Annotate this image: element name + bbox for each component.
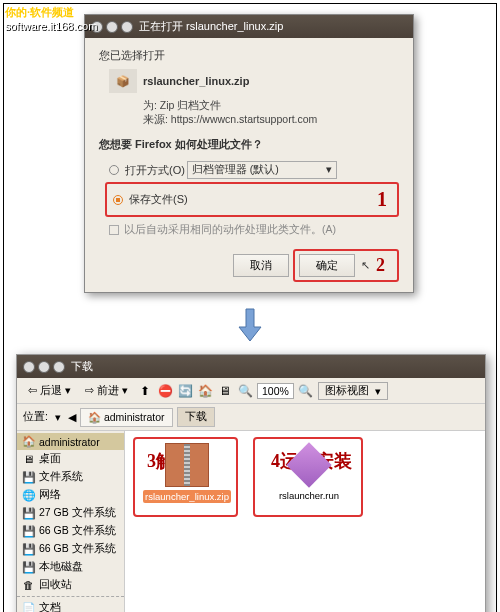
- path-segment-downloads[interactable]: 下载: [177, 407, 215, 427]
- file-item-run[interactable]: rslauncher.run: [267, 443, 351, 502]
- home-icon[interactable]: 🏠: [197, 383, 213, 399]
- forward-icon: ⇨: [85, 384, 94, 397]
- sidebar-item[interactable]: 🗑回收站: [17, 576, 124, 594]
- sidebar-icon: 💾: [22, 507, 35, 520]
- fm-container: 下载 ⇦后退 ▾ ⇨前进 ▾ ⬆ ⛔ 🔄 🏠 🖥 🔍 100% 🔍 图标视图▾ …: [4, 349, 496, 612]
- sidebar-label: 文档: [39, 601, 61, 612]
- sidebar-icon: 💾: [22, 525, 35, 538]
- up-icon[interactable]: ⬆: [137, 383, 153, 399]
- home-icon: 🏠: [88, 411, 101, 424]
- sidebar-icon: 🏠: [22, 435, 35, 448]
- maximize-icon[interactable]: [121, 21, 133, 33]
- checkbox-icon[interactable]: [109, 225, 119, 235]
- sidebar-label: 本地磁盘: [39, 560, 83, 574]
- option-save-file-annotated[interactable]: 保存文件(S) 1: [105, 182, 399, 217]
- dialog-heading: 您已选择打开: [99, 48, 399, 63]
- stop-icon[interactable]: ⛔: [157, 383, 173, 399]
- handler-dropdown[interactable]: 归档管理器 (默认)▾: [187, 161, 337, 179]
- sidebar-label: 网络: [39, 488, 61, 502]
- close-icon[interactable]: [23, 361, 35, 373]
- sidebar-icon: 💾: [22, 543, 35, 556]
- fm-body: 🏠administrator🖥桌面💾文件系统🌐网络💾27 GB 文件系统💾66 …: [17, 431, 485, 612]
- view-dropdown[interactable]: 图标视图▾: [318, 382, 388, 400]
- zoom-field[interactable]: 100%: [257, 383, 294, 399]
- sidebar-label: 27 GB 文件系统: [39, 506, 116, 520]
- reload-icon[interactable]: 🔄: [177, 383, 193, 399]
- sidebar-item[interactable]: 🏠administrator: [17, 433, 124, 450]
- chevron-down-icon: ▾: [122, 384, 128, 397]
- run-icon: [286, 442, 331, 487]
- computer-icon[interactable]: 🖥: [217, 383, 233, 399]
- sidebar-icon: 💾: [22, 471, 35, 484]
- chevron-down-icon[interactable]: ▾: [55, 411, 61, 423]
- sidebar-item[interactable]: 💾27 GB 文件系统: [17, 504, 124, 522]
- annotation-1: 1: [377, 188, 387, 211]
- location-label: 位置:: [23, 410, 48, 424]
- sidebar-label: administrator: [39, 436, 100, 448]
- file-source: 来源: https://wwwcn.startsupport.com: [143, 113, 399, 127]
- forward-button[interactable]: ⇨前进 ▾: [80, 381, 133, 400]
- file-label: rslauncher.run: [267, 489, 351, 502]
- dialog-question: 您想要 Firefox 如何处理此文件？: [99, 137, 399, 152]
- ok-button[interactable]: 确定: [299, 254, 355, 277]
- file-type: 为: Zip 归档文件: [143, 99, 399, 113]
- sidebar-item[interactable]: 💾66 GB 文件系统: [17, 540, 124, 558]
- arrow-down: [4, 303, 496, 349]
- sidebar-icon: 🗑: [22, 579, 35, 592]
- sidebar-item[interactable]: 🌐网络: [17, 486, 124, 504]
- radio-icon-selected[interactable]: [113, 195, 123, 205]
- sidebar-item[interactable]: 💾文件系统: [17, 468, 124, 486]
- path-segment-admin[interactable]: 🏠administrator: [80, 408, 173, 427]
- path-bar: 位置: ▾ ◀ 🏠administrator 下载: [17, 404, 485, 431]
- sidebar-item[interactable]: 📄文档: [17, 599, 124, 612]
- watermark: 你的·软件频道 software.it168.com: [5, 5, 97, 32]
- download-dialog: 正在打开 rslauncher_linux.zip 您已选择打开 📦 rslau…: [84, 14, 414, 293]
- titlebar: 正在打开 rslauncher_linux.zip: [85, 15, 413, 38]
- sidebar-item[interactable]: 💾66 GB 文件系统: [17, 522, 124, 540]
- sidebar-item[interactable]: 💾本地磁盘: [17, 558, 124, 576]
- file-label: rslauncher_linux.zip: [143, 490, 231, 503]
- checkbox-label: 以后自动采用相同的动作处理此类文件。(A): [124, 223, 336, 237]
- file-icon: 📦: [109, 69, 137, 93]
- option-label: 保存文件(S): [129, 192, 188, 207]
- chevron-down-icon: ▾: [65, 384, 71, 397]
- filename-row: 📦 rslauncher_linux.zip: [109, 69, 399, 93]
- outer-frame: 正在打开 rslauncher_linux.zip 您已选择打开 📦 rslau…: [3, 3, 497, 612]
- sidebar-icon: 📄: [22, 602, 35, 613]
- file-item-zip[interactable]: rslauncher_linux.zip: [143, 443, 231, 503]
- sidebar: 🏠administrator🖥桌面💾文件系统🌐网络💾27 GB 文件系统💾66 …: [17, 431, 125, 612]
- sidebar-label: 回收站: [39, 578, 72, 592]
- search-icon[interactable]: 🔍: [237, 383, 253, 399]
- sidebar-label: 66 GB 文件系统: [39, 524, 116, 538]
- option-label: 打开方式(O): [125, 163, 185, 178]
- sidebar-separator: [17, 596, 124, 597]
- chevron-down-icon: ▾: [326, 163, 332, 177]
- annotation-2: 2: [376, 255, 385, 276]
- sidebar-item[interactable]: 🖥桌面: [17, 450, 124, 468]
- minimize-icon[interactable]: [106, 21, 118, 33]
- titlebar-text: 正在打开 rslauncher_linux.zip: [139, 19, 283, 34]
- radio-icon[interactable]: [109, 165, 119, 175]
- option-open-with[interactable]: 打开方式(O) 归档管理器 (默认)▾: [109, 158, 399, 182]
- maximize-icon[interactable]: [53, 361, 65, 373]
- dialog-body: 您已选择打开 📦 rslauncher_linux.zip 为: Zip 归档文…: [85, 38, 413, 292]
- back-button[interactable]: ⇦后退 ▾: [23, 381, 76, 400]
- button-row: 取消 确定 ↖ 2: [99, 249, 399, 282]
- sidebar-icon: 💾: [22, 561, 35, 574]
- window-controls[interactable]: [23, 361, 65, 373]
- cursor-icon: ↖: [361, 259, 370, 272]
- path-back-icon[interactable]: ◀: [68, 411, 76, 423]
- sidebar-label: 桌面: [39, 452, 61, 466]
- file-manager-window: 下载 ⇦后退 ▾ ⇨前进 ▾ ⬆ ⛔ 🔄 🏠 🖥 🔍 100% 🔍 图标视图▾ …: [16, 354, 486, 612]
- minimize-icon[interactable]: [38, 361, 50, 373]
- fm-title: 下载: [71, 359, 93, 374]
- fm-toolbar: ⇦后退 ▾ ⇨前进 ▾ ⬆ ⛔ 🔄 🏠 🖥 🔍 100% 🔍 图标视图▾: [17, 378, 485, 404]
- sidebar-icon: 🖥: [22, 453, 35, 466]
- remember-checkbox-row[interactable]: 以后自动采用相同的动作处理此类文件。(A): [109, 223, 399, 237]
- fm-content[interactable]: 3解压 rslauncher_linux.zip 4运行安装 rslaunche…: [125, 431, 485, 612]
- chevron-down-icon: ▾: [375, 385, 381, 397]
- zoom-in-icon[interactable]: 🔍: [298, 383, 314, 399]
- cancel-button[interactable]: 取消: [233, 254, 289, 277]
- dialog-container: 正在打开 rslauncher_linux.zip 您已选择打开 📦 rslau…: [4, 4, 496, 303]
- filename: rslauncher_linux.zip: [143, 75, 249, 87]
